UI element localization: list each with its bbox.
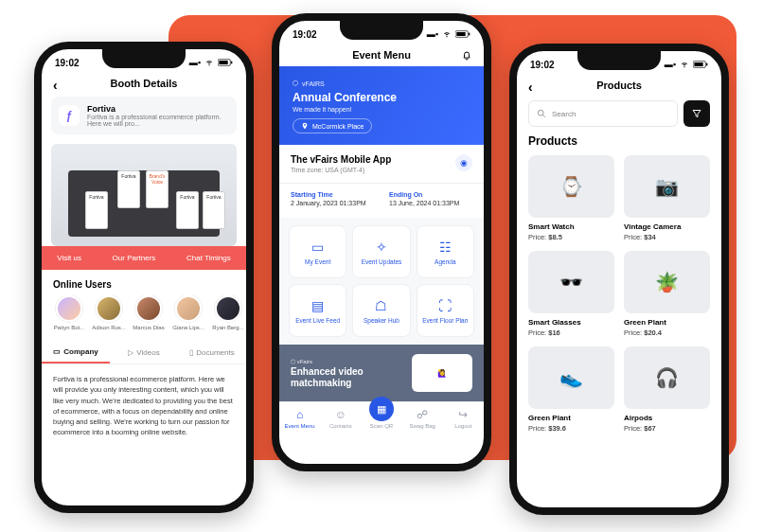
page-title: Event Menu (279, 49, 484, 61)
user-avatar-item[interactable]: Marcus Dias (133, 295, 165, 330)
svg-rect-1 (219, 61, 227, 64)
tile-my-event[interactable]: ▭ My Event (289, 225, 346, 278)
tile-label: My Event (305, 258, 330, 265)
event-subtitle: We made it happen! (293, 106, 470, 113)
tile-label: Speaker Hub (364, 317, 399, 324)
tab-chat-timings[interactable]: Chat Timings (186, 254, 231, 262)
app-info-card: The vFairs Mobile App Time zone: USA (GM… (279, 145, 484, 184)
nav-label: Logout (454, 423, 471, 429)
wifi-icon (442, 30, 452, 38)
tab-company[interactable]: ▭ Company (42, 342, 110, 364)
user-avatar-item[interactable]: Ryan Berg... (212, 295, 244, 330)
start-label: Starting Time (291, 191, 374, 198)
tile-agenda[interactable]: ☷ Agenda (417, 225, 474, 278)
svg-point-9 (538, 110, 543, 115)
nav-scan-qr[interactable]: ▦ Scan QR (361, 408, 401, 429)
start-value: 2 January, 2023 01:33PM (291, 200, 374, 206)
ticket-icon: ▭ (311, 239, 324, 255)
product-card[interactable]: 🪴 Green Plant Price: $20.4 (624, 251, 710, 337)
phone-notch (340, 21, 423, 40)
exhibitor-card[interactable]: ƒ Fortiva Fortiva is a professional ecom… (51, 97, 237, 134)
tab-visit-us[interactable]: Visit us (57, 254, 81, 262)
back-button[interactable]: ‹ (53, 78, 58, 93)
hexagon-icon: ⬡ (291, 359, 295, 364)
page-title-text: Event Menu (352, 49, 411, 61)
product-card[interactable]: ⌚ Smart Watch Price: $8.5 (528, 155, 614, 241)
nav-label: Contacts (329, 423, 352, 429)
contacts-icon: ☺ (335, 408, 346, 421)
user-avatar-item[interactable]: Paityn Bot... (53, 295, 85, 330)
product-card[interactable]: 👟 Green Plant Price: $39.6 (528, 346, 614, 433)
tile-speaker-hub[interactable]: ☖ Speaker Hub (352, 284, 410, 337)
online-users-heading: Online Users (53, 279, 235, 290)
phone-notch (102, 49, 186, 68)
search-input[interactable]: Search (528, 100, 678, 127)
product-card[interactable]: 🎧 Airpods Price: $67 (624, 346, 710, 433)
phone-notch (577, 51, 661, 70)
status-icons: ▬▪ (189, 58, 233, 67)
product-price: Price: $16 (528, 328, 614, 337)
back-button[interactable]: ‹ (528, 80, 533, 95)
status-time: 19:02 (530, 60, 555, 70)
product-title: Airpods (624, 414, 710, 422)
product-card[interactable]: 🕶️ Smart Glasses Price: $16 (528, 251, 614, 337)
notifications-button[interactable] (461, 49, 472, 61)
tab-videos[interactable]: ▷ Videos (110, 342, 178, 364)
booth-3d-image[interactable]: Fortiva Fortiva Brand's Voice Fortiva Fo… (51, 144, 237, 246)
location-text: McCormick Place (312, 123, 364, 130)
logout-icon: ↪ (458, 408, 468, 421)
nav-logout[interactable]: ↪ Logout (443, 408, 484, 429)
product-title: Smart Glasses (528, 318, 614, 327)
phone-products: 19:02 ▬▪ ‹ Products Search (509, 44, 729, 515)
tab-documents[interactable]: ▯ Documents (178, 342, 246, 364)
search-placeholder: Search (552, 110, 576, 118)
user-name: Paityn Bot... (52, 325, 86, 330)
match-brand: ⬡ vFairs (291, 358, 402, 364)
product-image: 🎧 (624, 346, 710, 409)
user-avatar-item[interactable]: Giana Lips... (172, 295, 204, 330)
matchmaking-banner[interactable]: ⬡ vFairs Enhanced video matchmaking 🙋‍♀️ (279, 345, 484, 401)
filter-button[interactable] (683, 100, 710, 127)
tab-our-partners[interactable]: Our Partners (113, 254, 156, 262)
product-title: Green Plant (528, 414, 614, 422)
svg-rect-8 (706, 63, 707, 66)
battery-icon (455, 30, 470, 38)
battery-icon (218, 59, 233, 66)
product-image: 🪴 (624, 251, 710, 313)
tile-label: Event Floor Plan (422, 317, 468, 324)
status-icons: ▬▪ (665, 60, 708, 69)
tile-floor-plan[interactable]: ⛶ Event Floor Plan (417, 284, 474, 337)
product-card[interactable]: 📷 Vintage Camera Price: $34 (624, 155, 710, 241)
nav-contacts[interactable]: ☺ Contacts (320, 408, 361, 429)
nav-swag-bag[interactable]: ☍ Swag Bag (402, 408, 443, 429)
fingerprint-button[interactable]: ◉ (455, 154, 472, 171)
brand-logo: ⬡ vFAIRS (293, 80, 470, 87)
product-price: Price: $8.5 (528, 233, 614, 241)
product-image: 📷 (624, 155, 710, 218)
end-value: 13 June, 2024 01:33PM (389, 200, 472, 206)
svg-rect-7 (694, 62, 702, 66)
product-image: 🕶️ (528, 251, 614, 313)
home-icon: ⌂ (296, 408, 303, 421)
nav-event-menu[interactable]: ⌂ Event Menu (279, 408, 320, 429)
hexagon-icon: ⬡ (293, 80, 298, 87)
updates-icon: ✧ (376, 239, 387, 255)
page-title: ‹ Products (517, 80, 721, 91)
user-name: Giana Lips... (171, 325, 205, 330)
match-thumbnail: 🙋‍♀️ (412, 354, 472, 392)
status-icons: ▬▪ (427, 29, 470, 39)
products-heading: Products (528, 134, 710, 148)
svg-line-10 (542, 115, 545, 117)
tile-event-updates[interactable]: ✧ Event Updates (352, 225, 410, 278)
event-title: Annual Conference (293, 91, 470, 104)
status-time: 19:02 (293, 29, 317, 40)
search-bar-row: Search (528, 100, 710, 127)
map-icon: ⛶ (438, 298, 452, 313)
tile-label: Event Updates (362, 258, 402, 265)
page-title-text: Products (596, 80, 642, 91)
user-avatar-item[interactable]: Adison Ros... (93, 295, 125, 330)
tile-live-feed[interactable]: ▤ Event Live Feed (289, 284, 346, 337)
feed-icon: ▤ (311, 298, 324, 313)
bottom-nav: ⌂ Event Menu ☺ Contacts ▦ Scan QR ☍ Swag… (279, 401, 484, 433)
event-location-chip[interactable]: McCormick Place (293, 118, 372, 133)
